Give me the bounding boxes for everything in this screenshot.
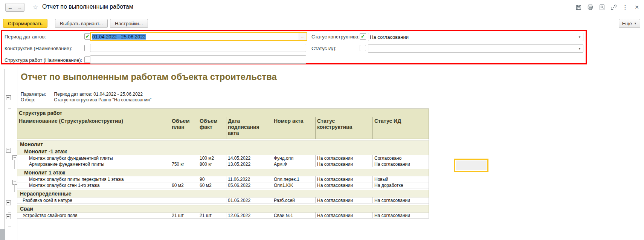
table-row: Армирование фундаментной плиты750 кг800 … bbox=[17, 161, 429, 167]
column-header-3[interactable]: Дата подписания акта bbox=[226, 117, 272, 139]
cell-fact[interactable]: 60 м2 bbox=[198, 182, 226, 188]
select-variant-button[interactable]: Выбрать вариант... bbox=[55, 19, 108, 28]
table-row: Разбивка осей в натуре01.05.2022Разб.осе… bbox=[17, 197, 429, 203]
chevron-down-icon[interactable]: ▼ bbox=[578, 35, 583, 39]
report-area: Отчет по выполненным работам объекта стр… bbox=[0, 65, 644, 240]
group-name-cell[interactable]: Монолит 1 этаж bbox=[17, 169, 429, 176]
close-icon[interactable]: ✕ bbox=[633, 4, 640, 11]
cell-act[interactable]: Разб.осей bbox=[272, 197, 316, 203]
cell-fact[interactable]: 800 кг bbox=[198, 161, 226, 167]
cell-id_status[interactable]: На согласовании bbox=[373, 212, 429, 219]
grouping-guide-line bbox=[5, 69, 5, 229]
constructive-name-input[interactable] bbox=[90, 44, 306, 52]
cell-date[interactable]: 14.05.2022 bbox=[226, 155, 272, 161]
minus-icon bbox=[7, 216, 9, 217]
cell-act[interactable]: Сваи №1 bbox=[272, 212, 316, 219]
cell-act[interactable]: Арм.Ф bbox=[272, 161, 316, 167]
cell-name[interactable]: Монтаж опалубки стен 1-го этажа bbox=[17, 182, 170, 188]
cell-id_status[interactable]: Согласовано bbox=[373, 155, 429, 161]
cell-fact[interactable] bbox=[198, 197, 226, 203]
cell-name[interactable]: Монтаж опалубки фундаментной плиты bbox=[17, 155, 170, 161]
collapse-group-neraspredelennye-button[interactable] bbox=[6, 200, 11, 205]
cell-plan[interactable] bbox=[170, 155, 198, 161]
cell-plan[interactable] bbox=[170, 176, 198, 182]
cell-plan[interactable] bbox=[170, 197, 198, 203]
id-status-checkbox[interactable] bbox=[360, 45, 366, 51]
cell-id_status[interactable]: На согласовании bbox=[373, 161, 429, 167]
expander-elbow bbox=[8, 226, 11, 226]
print-icon[interactable] bbox=[587, 4, 594, 11]
filter-panel: Период дат актов: 01.04.2022 - 25.06.202… bbox=[1, 30, 587, 64]
get-link-icon[interactable] bbox=[610, 4, 617, 11]
cell-fact[interactable]: 21 шт bbox=[198, 212, 226, 219]
back-button[interactable]: ← bbox=[5, 3, 15, 12]
group-name-cell[interactable]: Сваи bbox=[17, 205, 429, 212]
id-status-select[interactable]: ▼ bbox=[368, 44, 583, 53]
minus-icon bbox=[7, 202, 9, 203]
cell-act[interactable]: Опл.перек.1 bbox=[272, 176, 316, 182]
group-row: Монолит 1 этаж bbox=[17, 169, 429, 176]
minus-icon bbox=[7, 97, 9, 98]
collapse-group-monolit-button[interactable] bbox=[6, 148, 11, 153]
print-preview-icon[interactable] bbox=[598, 4, 605, 11]
expander-stem bbox=[8, 152, 8, 199]
period-more-icon[interactable]: ... bbox=[299, 33, 307, 40]
cell-name[interactable]: Армирование фундаментной плиты bbox=[17, 161, 170, 167]
cell-plan[interactable]: 21 шт bbox=[170, 212, 198, 219]
cell-date[interactable]: 11.06.2022 bbox=[226, 176, 272, 182]
collapse-group-svai-button[interactable] bbox=[6, 214, 11, 219]
more-menu-icon[interactable]: ⋮ bbox=[622, 4, 629, 11]
cell-status[interactable]: На согласовании bbox=[316, 197, 373, 203]
column-header-2[interactable]: Объем факт bbox=[198, 117, 226, 139]
cell-fact[interactable]: 90 bbox=[198, 176, 226, 182]
cell-date[interactable]: 05.06.2022 bbox=[226, 182, 272, 188]
constructive-status-select[interactable]: На согласовании ▼ bbox=[368, 33, 583, 41]
group-name-cell[interactable]: Нераспределенные bbox=[17, 190, 429, 197]
save-icon[interactable] bbox=[575, 4, 582, 11]
cell-status[interactable]: На согласовании bbox=[316, 161, 373, 167]
column-header-4[interactable]: Номер акта bbox=[272, 117, 316, 139]
favorite-star-icon[interactable]: ☆ bbox=[32, 3, 38, 11]
expander-elbow bbox=[14, 169, 17, 169]
cell-status[interactable]: На согласовании bbox=[316, 212, 373, 219]
forward-button[interactable]: → bbox=[15, 3, 24, 12]
expander-elbow bbox=[8, 109, 11, 109]
collapse-params-button[interactable] bbox=[6, 95, 11, 100]
period-input[interactable]: 01.04.2022 - 25.06.2022 ... bbox=[90, 32, 307, 41]
cell-name[interactable]: Устройство свайного поля bbox=[17, 212, 170, 219]
group-name-cell[interactable]: Монолит -1 этаж bbox=[17, 148, 429, 155]
selected-cell[interactable] bbox=[454, 159, 488, 172]
cell-name[interactable]: Монтаж опалубки плиты перекрытия 1 этажа bbox=[17, 176, 170, 182]
cell-act[interactable]: Опл1.КЖ bbox=[272, 182, 316, 188]
chevron-down-icon[interactable]: ▼ bbox=[578, 47, 583, 50]
work-structure-input[interactable] bbox=[90, 55, 306, 64]
constructive-status-checkbox[interactable] bbox=[360, 33, 366, 40]
generate-button[interactable]: Сформировать bbox=[3, 19, 47, 28]
cell-id_status[interactable]: Новый bbox=[373, 176, 429, 182]
cell-plan[interactable]: 750 кг bbox=[170, 161, 198, 167]
column-header-0[interactable]: Наименование (Структура/конструктив) bbox=[17, 117, 170, 139]
column-header-6[interactable]: Статус ИД bbox=[373, 117, 429, 139]
cell-date[interactable]: 13.05.2022 bbox=[226, 161, 272, 167]
column-header-1[interactable]: Объем план bbox=[170, 117, 198, 139]
window-title: Отчет по выполненным работам bbox=[42, 3, 133, 10]
settings-button[interactable]: Настройки... bbox=[110, 19, 148, 28]
report-table-body: Структура работНаименование (Структура/к… bbox=[17, 109, 429, 219]
cell-fact[interactable]: 100 м2 bbox=[198, 155, 226, 161]
column-header-5[interactable]: Статус конструктива bbox=[316, 117, 373, 139]
group-name-cell[interactable]: Монолит bbox=[17, 141, 429, 148]
expander-stem bbox=[8, 205, 8, 212]
cell-name[interactable]: Разбивка осей в натуре bbox=[17, 197, 170, 203]
cell-status[interactable]: На согласовании bbox=[316, 182, 373, 188]
cell-date[interactable]: 01.05.2022 bbox=[226, 197, 272, 203]
expander-stem bbox=[8, 100, 8, 109]
table-section-title[interactable]: Структура работ bbox=[17, 109, 429, 117]
cell-date[interactable]: 12.05.2022 bbox=[226, 212, 272, 219]
cell-act[interactable]: Фунд.опл bbox=[272, 155, 316, 161]
cell-status[interactable]: На согласовании bbox=[316, 155, 373, 161]
more-button[interactable]: Еще ▼ bbox=[619, 19, 640, 28]
cell-status[interactable]: На согласовании bbox=[316, 176, 373, 182]
cell-id_status[interactable]: На согласовании bbox=[373, 197, 429, 203]
cell-id_status[interactable]: На доработке bbox=[373, 182, 429, 188]
cell-plan[interactable]: 60 м2 bbox=[170, 182, 198, 188]
